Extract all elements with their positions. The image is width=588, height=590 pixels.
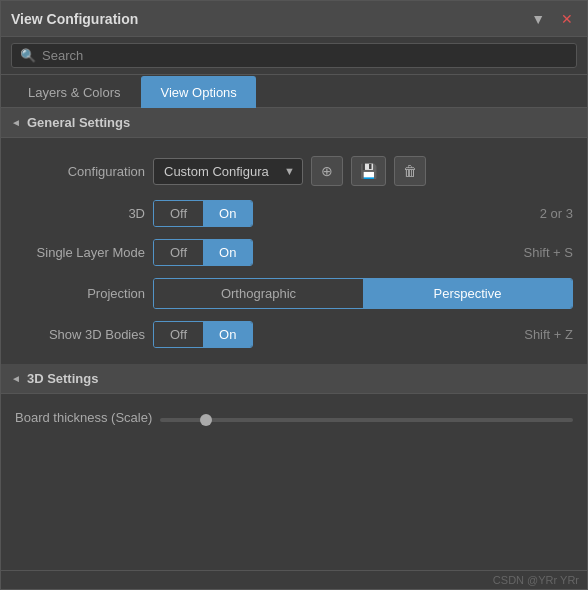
save-icon: 💾 [360, 164, 377, 178]
3d-settings-arrow: ◄ [11, 373, 21, 384]
window-title: View Configuration [11, 11, 138, 27]
general-settings-arrow: ◄ [11, 117, 21, 128]
bottom-bar: CSDN @YRr YRr [1, 570, 587, 589]
single-layer-label: Single Layer Mode [15, 245, 145, 260]
search-icon: 🔍 [20, 48, 36, 63]
general-settings-header[interactable]: ◄ General Settings [1, 108, 587, 138]
title-bar: View Configuration ▼ ✕ [1, 1, 587, 37]
configuration-select[interactable]: Custom Configura [153, 158, 303, 185]
general-settings-body: Configuration Custom Configura ▼ ⊕ 💾 🗑 [1, 138, 587, 364]
projection-row: Projection Orthographic Perspective [1, 272, 587, 315]
single-layer-off-button[interactable]: Off [154, 240, 203, 265]
orthographic-button[interactable]: Orthographic [154, 279, 363, 308]
search-input-wrap: 🔍 [11, 43, 577, 68]
configuration-row: Configuration Custom Configura ▼ ⊕ 💾 🗑 [1, 148, 587, 194]
title-bar-right: ▼ ✕ [527, 10, 577, 28]
show-3d-bodies-shortcut: Shift + Z [524, 327, 573, 342]
projection-label: Projection [15, 286, 145, 301]
3d-settings-body: Board thickness (Scale) [1, 394, 587, 441]
search-input[interactable] [42, 48, 568, 63]
add-icon: ⊕ [321, 164, 333, 178]
configuration-label: Configuration [15, 164, 145, 179]
tab-bar: Layers & Colors View Options [1, 75, 587, 108]
delete-icon: 🗑 [403, 164, 417, 178]
show-3d-bodies-label: Show 3D Bodies [15, 327, 145, 342]
general-settings-label: General Settings [27, 115, 130, 130]
show-3d-bodies-toggle-group: Off On [153, 321, 253, 348]
3d-shortcut: 2 or 3 [540, 206, 573, 221]
close-button[interactable]: ✕ [557, 10, 577, 28]
3d-on-button[interactable]: On [203, 201, 252, 226]
minimize-button[interactable]: ▼ [527, 10, 549, 28]
show-3d-bodies-on-button[interactable]: On [203, 322, 252, 347]
3d-off-button[interactable]: Off [154, 201, 203, 226]
projection-toggle-group: Orthographic Perspective [153, 278, 573, 309]
perspective-button[interactable]: Perspective [363, 279, 572, 308]
configuration-select-wrap: Custom Configura ▼ [153, 158, 303, 185]
show-3d-bodies-off-button[interactable]: Off [154, 322, 203, 347]
single-layer-row: Single Layer Mode Off On Shift + S [1, 233, 587, 272]
tab-layers-colors[interactable]: Layers & Colors [9, 76, 139, 108]
delete-config-button[interactable]: 🗑 [394, 156, 426, 186]
board-thickness-slider-wrap [160, 410, 573, 425]
board-thickness-slider[interactable] [160, 418, 573, 422]
board-thickness-label: Board thickness (Scale) [15, 410, 152, 425]
watermark: CSDN @YRr YRr [493, 574, 579, 586]
3d-toggle-group: Off On [153, 200, 253, 227]
3d-label: 3D [15, 206, 145, 221]
board-thickness-row: Board thickness (Scale) [1, 404, 587, 431]
3d-settings-header[interactable]: ◄ 3D Settings [1, 364, 587, 394]
single-layer-shortcut: Shift + S [524, 245, 574, 260]
add-config-button[interactable]: ⊕ [311, 156, 343, 186]
single-layer-on-button[interactable]: On [203, 240, 252, 265]
save-config-button[interactable]: 💾 [351, 156, 386, 186]
title-bar-left: View Configuration [11, 11, 138, 27]
3d-settings-label: 3D Settings [27, 371, 99, 386]
search-bar: 🔍 [1, 37, 587, 75]
main-window: View Configuration ▼ ✕ 🔍 Layers & Colors… [0, 0, 588, 590]
content-area: ◄ General Settings Configuration Custom … [1, 108, 587, 570]
3d-row: 3D Off On 2 or 3 [1, 194, 587, 233]
tab-view-options[interactable]: View Options [141, 76, 255, 108]
single-layer-toggle-group: Off On [153, 239, 253, 266]
show-3d-bodies-row: Show 3D Bodies Off On Shift + Z [1, 315, 587, 354]
